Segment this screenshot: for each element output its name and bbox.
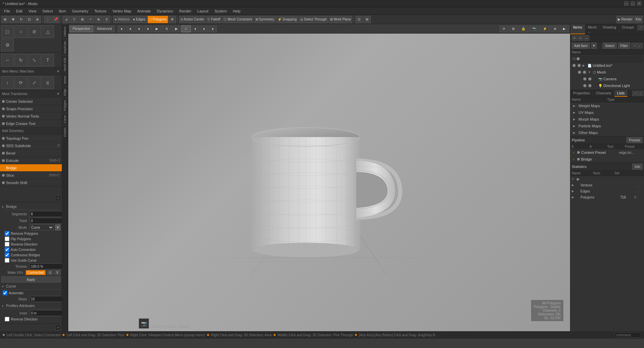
vis-camera[interactable] — [583, 77, 587, 81]
expand-left-footer-btn[interactable]: » — [55, 324, 61, 331]
use-guide-curve-checkbox[interactable] — [5, 258, 9, 263]
minimize-button[interactable]: — — [624, 1, 629, 6]
vp-cam2[interactable]: ● — [126, 26, 134, 32]
action-center-btn[interactable]: ⊙ Action Center — [179, 16, 206, 23]
twist-input[interactable] — [30, 218, 62, 224]
vp-shading-btn[interactable]: ⬡ — [182, 26, 191, 32]
info-button[interactable]: Info — [632, 164, 643, 170]
icon-move[interactable]: ↔ — [1, 54, 14, 67]
items-icon-1[interactable]: ⊞ — [572, 35, 577, 41]
menu-animate[interactable]: Animate — [134, 8, 153, 14]
vp-icon-1[interactable]: ⊡ — [355, 16, 363, 23]
automatic-checkbox[interactable] — [3, 291, 7, 295]
vtab-vertex[interactable]: Vertex — [62, 73, 68, 86]
tool-crease[interactable]: Edge Crease Tool — [0, 120, 62, 127]
tool-bridge[interactable]: Bridge — [0, 164, 62, 172]
vtab-edge[interactable]: Edge — [62, 86, 68, 98]
work-plane-btn[interactable]: ⊞ Work Plane — [329, 16, 352, 23]
menu-edit[interactable]: Edit — [13, 8, 25, 14]
tool-move[interactable]: ✚ — [9, 16, 17, 23]
steps-input[interactable] — [30, 296, 62, 302]
auto-connection-checkbox[interactable] — [5, 247, 9, 252]
tab-mesh[interactable]: Mesh ... — [585, 24, 600, 34]
menu-system[interactable]: System — [212, 8, 230, 14]
tool-b4[interactable]: ✧ — [87, 16, 94, 23]
mode-edges[interactable]: ● Edges — [131, 16, 147, 23]
map-weight[interactable]: ▶ Weight Maps — [570, 102, 644, 109]
tool-center-selected[interactable]: Center Selected — [0, 98, 62, 105]
menu-geometry[interactable]: Geometry — [69, 8, 91, 14]
icon-select[interactable]: ◻ — [1, 25, 14, 38]
expand-other[interactable]: ▶ — [573, 131, 577, 134]
map-uv[interactable]: ▶ UV Maps — [570, 109, 644, 116]
continuous-bridges-checkbox[interactable] — [5, 253, 9, 257]
icon-tri[interactable]: △ — [41, 25, 54, 38]
falloff-btn[interactable]: ▽ Falloff — [206, 16, 222, 23]
items-icon-2[interactable]: ⊡ — [578, 35, 583, 41]
kits-btn[interactable]: Kits — [634, 16, 643, 23]
vp-nav-2[interactable]: ⊞ — [509, 26, 518, 32]
tool-topology-pen[interactable]: Topology Pen — [0, 135, 62, 142]
tree-directional-light[interactable]: 💡 Directional Light — [571, 82, 643, 89]
vis-icon-1[interactable] — [572, 57, 576, 60]
curve-section-title[interactable]: ▼ Curve — [1, 283, 61, 290]
vtab-fusion[interactable]: Fusion — [62, 125, 68, 139]
viewport[interactable]: Perspective Advanced ● ● ● ● ▶ ⏸ ▶ ⬡ ● ●… — [68, 24, 570, 331]
icon-scale2[interactable]: ⤢ — [28, 76, 41, 89]
add-item-dropdown[interactable]: ▼ — [591, 43, 597, 49]
expand-uv[interactable]: ▶ — [573, 111, 577, 114]
icon-scale[interactable]: ⤡ — [28, 54, 41, 67]
tool-snaps-precision[interactable]: Snaps Precision — [0, 105, 62, 113]
tool-scale[interactable]: ⊡ — [26, 16, 33, 23]
expand-morph[interactable]: ▶ — [573, 118, 577, 121]
vp-cam1[interactable]: ● — [118, 26, 126, 32]
vis-icon-2[interactable] — [576, 57, 580, 60]
inset-input[interactable] — [30, 310, 62, 316]
tab-channels[interactable]: Channels — [593, 90, 614, 97]
tool-bevel[interactable]: Bevel — [0, 149, 62, 157]
tab-items[interactable]: Items — [570, 24, 585, 34]
tool-select[interactable]: ⊞ — [1, 16, 9, 23]
tree-camera[interactable]: 📷 Camera — [571, 76, 643, 82]
menu-vertex-map[interactable]: Vertex Map — [110, 8, 134, 14]
select-through-btn[interactable]: ◎ Select Through — [299, 16, 328, 23]
tree-untitled[interactable]: ▶ 📄 Untitled.lxo* — [571, 62, 643, 69]
items-icon-3[interactable]: ⊿ — [584, 35, 589, 41]
icon-shear[interactable]: ⧖ — [41, 76, 54, 89]
vtab-deform[interactable]: Deform — [62, 24, 68, 39]
stats-e-expand[interactable]: ▶ — [572, 189, 575, 193]
vp-nav-1[interactable]: ⟳ — [499, 26, 508, 32]
mode-vertices[interactable]: ● Vertices — [113, 16, 131, 23]
filter-button[interactable]: Filter — [618, 43, 630, 49]
items-view-1[interactable]: ↗ — [632, 43, 637, 48]
command-input[interactable] — [614, 332, 641, 338]
vp-cam3[interactable]: ● — [135, 26, 143, 32]
expand-untitled[interactable]: ▶ — [582, 64, 587, 67]
stats-vertices-row[interactable]: ▶ Vertices … — [570, 182, 644, 188]
vp-perspective-btn[interactable]: Perspective — [70, 26, 93, 32]
vis-mesh[interactable] — [578, 71, 581, 74]
profiles-section-title[interactable]: ▼ Profiles Attributes — [1, 303, 61, 309]
tool-b3[interactable]: ⊞ — [79, 16, 86, 23]
vp-cam7[interactable]: ▶ — [172, 26, 181, 32]
vis2-camera[interactable] — [588, 77, 592, 81]
tool-slice[interactable]: Slice Shift+C — [0, 172, 62, 179]
rp-expand-icon[interactable]: ↗ — [638, 25, 643, 30]
icon-move2[interactable]: ↕ — [1, 76, 14, 89]
pipeline-content-preset[interactable]: ✓ Content Preset edge.bri... — [570, 149, 644, 156]
map-morph[interactable]: ▶ Morph Maps — [570, 116, 644, 123]
vtab-polygon[interactable]: Polygon — [62, 98, 68, 113]
menu-dynamics[interactable]: Dynamics — [154, 8, 176, 14]
vp-nav-5[interactable]: ⚡ — [540, 26, 550, 32]
symmetry-btn[interactable]: ⊞ Symmetry — [254, 16, 276, 23]
vp-cam4[interactable]: ● — [144, 26, 152, 32]
vis2-light[interactable] — [588, 84, 592, 87]
tab-groups[interactable]: Groups — [619, 24, 637, 34]
stats-e-more[interactable]: … — [636, 189, 643, 193]
tool-transform[interactable]: ⊕ — [34, 16, 41, 23]
menu-view[interactable]: View — [26, 8, 39, 14]
map-other[interactable]: ▶ Other Maps — [570, 129, 644, 136]
vp-s2[interactable]: ● — [200, 26, 208, 32]
vp-s3[interactable]: ● — [209, 26, 217, 32]
stats-v-expand[interactable]: ▶ — [572, 183, 575, 187]
